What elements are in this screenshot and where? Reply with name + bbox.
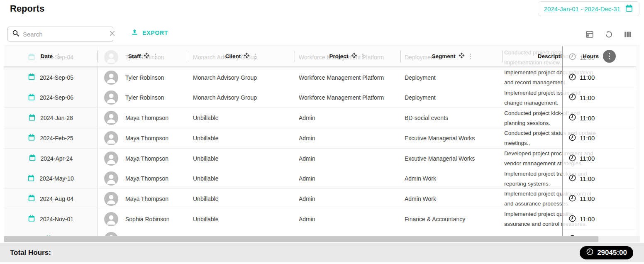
cell-segment: Deployment xyxy=(400,68,504,88)
table-row[interactable]: 2024-Sep-06Tyler RobinsonMonarch Advisor… xyxy=(4,88,640,108)
export-label: EXPORT xyxy=(142,29,168,36)
table-row[interactable]: 2024-Aug-04Maya ThompsonUnbillableAdminA… xyxy=(4,189,640,209)
total-hours-footer: Total Hours: 29045:00 xyxy=(0,243,644,262)
cell-date: 2024-May-10 xyxy=(4,169,98,188)
cell-hours: 11:00 xyxy=(563,149,636,169)
cell-client: Unbillable xyxy=(189,128,295,148)
clock-icon xyxy=(568,73,576,82)
column-menu-icon[interactable] xyxy=(153,52,158,61)
calendar-icon xyxy=(28,194,35,203)
table-rows: 2024-Sep-04Tyler RobinsonMonarch Advisor… xyxy=(4,46,640,236)
column-header-date[interactable]: Date xyxy=(4,46,98,66)
move-column-icon[interactable] xyxy=(144,52,150,60)
cell-project: Admin xyxy=(295,209,400,229)
cell-hours: 11:00 xyxy=(563,128,636,149)
cell-staff: Maya Thompson xyxy=(98,189,189,209)
cell-client: Unbillable xyxy=(189,189,295,209)
table-layout-icon[interactable] xyxy=(583,28,596,41)
column-menu-icon[interactable] xyxy=(468,52,473,61)
column-menu-icon[interactable] xyxy=(253,52,258,61)
clock-icon xyxy=(568,113,576,122)
hours-value: 11:00 xyxy=(580,134,595,142)
reports-page: Reports 2024-Jan-01 - 2024-Dec-31 EXP xyxy=(0,0,644,264)
date-value: 2024-Jan-28 xyxy=(40,115,73,121)
cell-hours: 11:00 xyxy=(563,189,636,209)
cell-hours: 11:00 xyxy=(563,209,636,230)
cell-staff: Tyler Robinson xyxy=(98,68,189,88)
table-row[interactable]: 2024-May-10Maya ThompsonUnbillableAdminA… xyxy=(4,169,640,189)
hours-value: 11:00 xyxy=(580,155,595,162)
column-header-staff[interactable]: Staff xyxy=(98,46,189,66)
bottom-divider xyxy=(0,263,644,263)
reports-table-card: EXPORT 2024-Sep-04Tyler RobinsonMonarch … xyxy=(4,24,640,242)
column-header-project[interactable]: Project xyxy=(295,46,400,66)
date-range-picker[interactable]: 2024-Jan-01 - 2024-Dec-31 xyxy=(538,1,639,16)
column-menu-icon[interactable] xyxy=(56,52,61,61)
clock-icon xyxy=(586,248,594,258)
calendar-icon xyxy=(28,134,35,142)
table-row[interactable]: 2024-Nov-01Sophia RobinsonUnbillableAdmi… xyxy=(4,209,640,230)
table-header: DateStaffClientProjectSegmentDescription xyxy=(4,46,640,67)
cell-project: Admin xyxy=(295,108,400,128)
column-header-segment[interactable]: Segment xyxy=(400,46,504,66)
search-input[interactable] xyxy=(23,31,105,38)
horizontal-scrollbar-thumb[interactable] xyxy=(4,236,598,242)
cell-segment: Deployment xyxy=(400,88,504,108)
columns-icon[interactable] xyxy=(622,28,634,41)
hours-pinned-column: 11:0011:0011:0011:0011:0011:0011:0011:00… xyxy=(562,46,636,236)
avatar xyxy=(104,212,118,226)
hours-value: 11:00 xyxy=(580,215,595,222)
table-row[interactable]: 2024-Sep-05Tyler RobinsonMonarch Advisor… xyxy=(4,68,640,88)
search-icon xyxy=(12,29,20,39)
clear-search-icon[interactable] xyxy=(109,30,116,39)
move-column-icon[interactable] xyxy=(351,52,357,60)
cell-date xyxy=(4,229,98,236)
avatar xyxy=(104,90,118,105)
cell-staff: Maya Thompson xyxy=(98,108,189,128)
calendar-icon xyxy=(28,93,35,102)
calendar-icon xyxy=(28,114,36,122)
table-row[interactable]: 2024-Feb-25Maya ThompsonUnbillableAdminE… xyxy=(4,128,640,149)
move-column-icon[interactable] xyxy=(459,52,465,60)
table-row[interactable]: 2024-Jan-28Maya ThompsonUnbillableAdminB… xyxy=(4,108,640,128)
date-value: 2024-Sep-05 xyxy=(40,74,73,81)
clock-icon xyxy=(568,134,576,143)
horizontal-scrollbar[interactable] xyxy=(4,236,640,242)
vertical-scrollbar[interactable] xyxy=(636,46,640,236)
move-column-icon[interactable] xyxy=(244,52,250,60)
hours-menu-button[interactable] xyxy=(603,50,616,63)
table-row[interactable]: Implemented project monitoring and xyxy=(4,229,640,236)
date-value: 2024-May-10 xyxy=(39,175,74,182)
export-button[interactable]: EXPORT xyxy=(131,28,168,37)
clock-icon xyxy=(568,154,576,163)
calendar-icon xyxy=(45,235,52,236)
staff-name: Maya Thompson xyxy=(125,175,168,182)
cell-staff: Maya Thompson xyxy=(98,169,189,188)
staff-name: Tyler Robinson xyxy=(125,94,164,101)
column-header-client[interactable]: Client xyxy=(189,46,295,66)
total-hours-value: 29045:00 xyxy=(597,249,627,257)
cell-date: 2024-Sep-06 xyxy=(4,88,98,108)
cell-client: Monarch Advisory Group xyxy=(189,88,295,108)
cell-client: Unbillable xyxy=(189,149,295,169)
avatar xyxy=(104,111,118,125)
cell-segment: Excutive Managerial Works xyxy=(400,128,504,148)
table-row[interactable]: 2024-Apr-24Maya ThompsonUnbillableAdminE… xyxy=(4,149,640,169)
page-title: Reports xyxy=(10,3,44,14)
cell-date: 2024-Nov-01 xyxy=(4,209,98,229)
hours-value: 11:00 xyxy=(580,94,595,101)
column-menu-icon[interactable] xyxy=(360,52,366,61)
refresh-icon[interactable] xyxy=(603,28,615,41)
search-box[interactable] xyxy=(7,27,113,42)
cell-staff xyxy=(98,229,189,236)
cell-hours: 11:00 xyxy=(563,108,636,128)
cell-hours: 11:00 xyxy=(563,68,636,88)
header-separator xyxy=(400,51,401,62)
table-viewport: 2024-Sep-04Tyler RobinsonMonarch Advisor… xyxy=(4,46,640,236)
date-value: 2024-Sep-06 xyxy=(40,94,73,101)
export-icon xyxy=(131,28,139,37)
hours-value: 11:00 xyxy=(580,175,595,182)
calendar-icon xyxy=(27,174,35,183)
clock-icon xyxy=(568,174,576,183)
cell-project: Workforce Management Platform xyxy=(295,68,400,88)
